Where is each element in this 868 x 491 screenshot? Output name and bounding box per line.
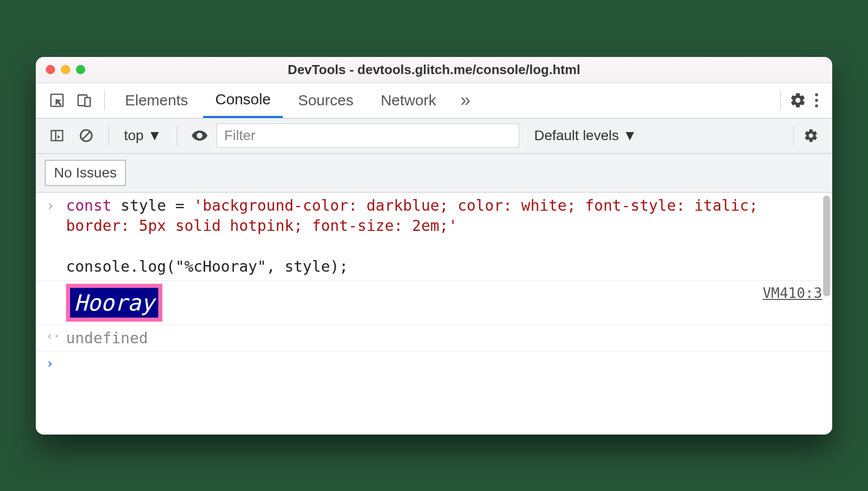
divider — [104, 90, 105, 110]
token-plain: style = — [111, 197, 194, 214]
window-title: DevTools - devtools.glitch.me/console/lo… — [36, 62, 832, 78]
device-toolbar-icon[interactable] — [72, 88, 96, 112]
styled-log-text: Hooray — [66, 284, 162, 322]
devtools-tabbar: Elements Console Sources Network » — [36, 83, 832, 118]
return-text: undefined — [66, 328, 822, 349]
chevron-down-icon: ▼ — [148, 128, 162, 144]
issues-badge[interactable]: No Issues — [45, 160, 126, 186]
console-settings-gear-icon[interactable] — [799, 124, 823, 148]
token-plain: console.log("%cHooray", style); — [66, 258, 348, 275]
console-return-value: ‹· undefined — [36, 325, 832, 352]
input-chevron-icon: › — [46, 196, 66, 277]
live-expression-eye-icon[interactable] — [188, 124, 212, 148]
console-prompt[interactable]: › — [36, 352, 832, 376]
devtools-window: DevTools - devtools.glitch.me/console/lo… — [36, 57, 832, 435]
divider — [793, 126, 794, 146]
chevron-down-icon: ▼ — [623, 128, 637, 144]
tab-network[interactable]: Network — [368, 83, 448, 118]
more-options-icon[interactable] — [810, 93, 823, 107]
svg-line-5 — [83, 132, 90, 140]
token-keyword: const — [66, 197, 111, 214]
log-levels-selector[interactable]: Default levels ▼ — [534, 128, 637, 144]
console-sidebar-toggle-icon[interactable] — [45, 124, 69, 148]
return-arrow-icon: ‹· — [46, 328, 66, 349]
console-log-output: Hooray VM410:3 — [36, 281, 832, 325]
divider — [108, 126, 109, 146]
levels-label: Default levels — [534, 128, 619, 144]
inspect-element-icon[interactable] — [45, 88, 69, 112]
code-entry[interactable]: const style = 'background-color: darkblu… — [66, 196, 822, 277]
scrollbar[interactable] — [823, 196, 830, 296]
window-titlebar: DevTools - devtools.glitch.me/console/lo… — [36, 57, 832, 83]
divider — [177, 126, 177, 146]
divider — [780, 90, 781, 110]
settings-gear-icon[interactable] — [786, 88, 810, 112]
tab-console[interactable]: Console — [203, 83, 283, 118]
filter-input[interactable] — [217, 124, 519, 148]
console-input-echo: › const style = 'background-color: darkb… — [36, 193, 832, 281]
console-output: › const style = 'background-color: darkb… — [36, 193, 832, 435]
console-toolbar: top ▼ Default levels ▼ — [36, 118, 832, 154]
svg-rect-3 — [51, 131, 63, 141]
context-label: top — [124, 128, 144, 144]
more-tabs-icon[interactable]: » — [451, 90, 479, 111]
clear-console-icon[interactable] — [74, 124, 98, 148]
svg-rect-2 — [85, 98, 90, 106]
tab-elements[interactable]: Elements — [113, 83, 200, 118]
context-selector[interactable]: top ▼ — [119, 128, 167, 144]
prompt-chevron-icon: › — [46, 355, 66, 373]
source-link[interactable]: VM410:3 — [753, 284, 822, 322]
tab-sources[interactable]: Sources — [286, 83, 365, 118]
issues-bar: No Issues — [36, 154, 832, 193]
